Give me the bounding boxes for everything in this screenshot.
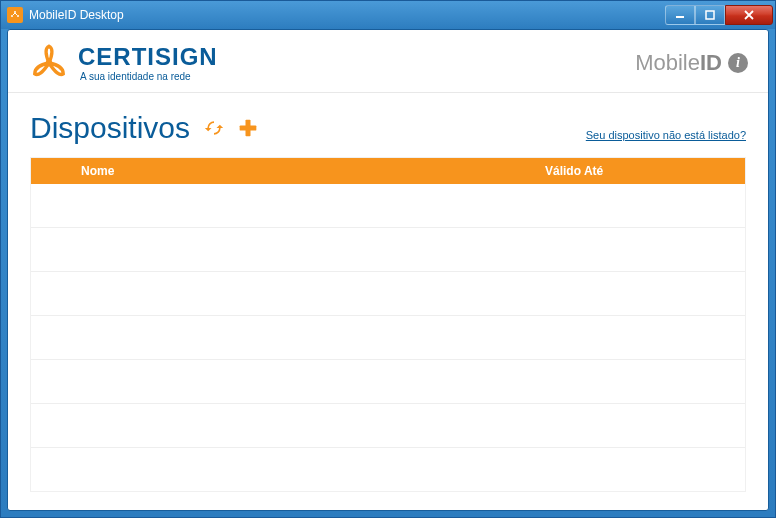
refresh-icon[interactable] (204, 118, 224, 138)
brand-mobile-text: Mobile (635, 50, 700, 75)
maximize-button[interactable] (695, 5, 725, 25)
svg-point-2 (17, 15, 19, 17)
brand-label: MobileID i (635, 50, 748, 76)
window-controls (665, 5, 773, 25)
table-row[interactable] (31, 404, 745, 448)
svg-rect-3 (676, 16, 684, 18)
svg-point-1 (11, 15, 13, 17)
close-button[interactable] (725, 5, 773, 25)
page-title-row: Dispositivos Seu dispositiv (30, 111, 746, 145)
column-valid-until-header: Válido Até (545, 164, 745, 178)
minimize-button[interactable] (665, 5, 695, 25)
table-body (31, 184, 745, 491)
page-body: Dispositivos Seu dispositiv (8, 93, 768, 510)
app-icon (7, 7, 23, 23)
devices-table: Nome Válido Até (30, 157, 746, 492)
app-header: CERTISIGN A sua identidade na rede Mobil… (8, 30, 768, 93)
table-row[interactable] (31, 448, 745, 491)
content-area: CERTISIGN A sua identidade na rede Mobil… (7, 29, 769, 511)
device-not-listed-link[interactable]: Seu dispositivo não está listado? (586, 129, 746, 145)
column-name-header: Nome (31, 164, 545, 178)
table-row[interactable] (31, 316, 745, 360)
table-header: Nome Válido Até (31, 158, 745, 184)
logo: CERTISIGN A sua identidade na rede (28, 42, 218, 84)
logo-name: CERTISIGN (78, 45, 218, 69)
add-icon[interactable] (238, 118, 258, 138)
logo-tagline: A sua identidade na rede (80, 71, 218, 82)
table-row[interactable] (31, 272, 745, 316)
table-row[interactable] (31, 184, 745, 228)
certisign-logo-icon (28, 42, 70, 84)
table-row[interactable] (31, 360, 745, 404)
svg-rect-4 (706, 11, 714, 19)
app-window: MobileID Desktop (0, 0, 776, 518)
info-icon[interactable]: i (728, 53, 748, 73)
brand-id-text: ID (700, 50, 722, 75)
svg-point-0 (14, 11, 16, 13)
table-row[interactable] (31, 228, 745, 272)
page-title: Dispositivos (30, 111, 190, 145)
svg-rect-7 (240, 126, 257, 131)
window-title: MobileID Desktop (29, 8, 665, 22)
svg-point-5 (46, 60, 53, 67)
titlebar[interactable]: MobileID Desktop (1, 1, 775, 29)
